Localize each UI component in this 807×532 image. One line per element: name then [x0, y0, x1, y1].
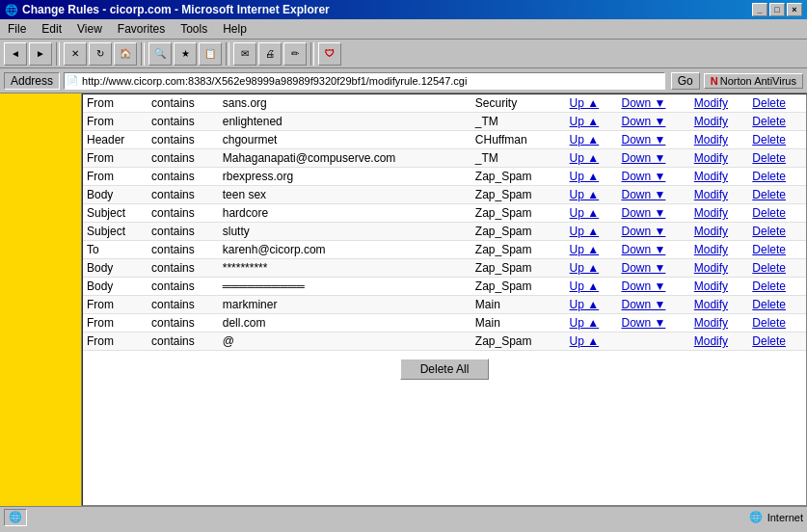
modify-link[interactable]: Modify [694, 188, 728, 201]
delete-link[interactable]: Delete [752, 243, 786, 256]
menu-tools[interactable]: Tools [176, 21, 211, 37]
delete-link[interactable]: Delete [752, 133, 786, 146]
up-link[interactable]: Up ▲ [570, 96, 600, 110]
maximize-button[interactable]: □ [769, 3, 785, 16]
menu-help[interactable]: Help [219, 21, 251, 37]
rule-condition: contains [148, 241, 219, 259]
delete-link[interactable]: Delete [752, 151, 786, 165]
down-link[interactable]: Down ▼ [621, 243, 665, 256]
rule-field: Body [83, 278, 148, 296]
rule-field: From [83, 113, 148, 131]
up-link[interactable]: Up ▲ [570, 243, 600, 256]
down-link[interactable]: Down ▼ [621, 188, 665, 201]
delete-link[interactable]: Delete [752, 188, 786, 201]
modify-link[interactable]: Modify [694, 133, 728, 146]
refresh-button[interactable]: ↻ [89, 42, 112, 66]
down-link[interactable]: Down ▼ [621, 170, 665, 183]
delete-link[interactable]: Delete [752, 206, 786, 220]
close-button[interactable]: × [787, 3, 802, 16]
up-link[interactable]: Up ▲ [570, 151, 600, 165]
up-link[interactable]: Up ▲ [570, 279, 600, 293]
norton-shield-button[interactable]: 🛡 [318, 42, 341, 66]
window-controls[interactable]: _ □ × [752, 3, 802, 16]
down-link[interactable]: Down ▼ [621, 225, 665, 238]
home-button[interactable]: 🏠 [114, 42, 137, 66]
forward-button[interactable]: ► [29, 42, 52, 66]
minimize-button[interactable]: _ [752, 3, 767, 16]
go-button[interactable]: Go [671, 72, 700, 90]
down-link[interactable]: Down ▼ [621, 115, 665, 128]
up-link[interactable]: Up ▲ [570, 115, 600, 128]
down-link[interactable]: Down ▼ [621, 133, 665, 146]
modify-link[interactable]: Modify [694, 225, 728, 238]
rule-value: hardcore [219, 204, 471, 223]
menu-file[interactable]: File [4, 21, 30, 37]
up-link[interactable]: Up ▲ [570, 298, 600, 311]
down-link[interactable]: Down ▼ [621, 206, 665, 220]
table-row: Fromcontainsdell.comMainUp ▲Down ▼Modify… [83, 314, 806, 332]
down-link[interactable]: Down ▼ [621, 298, 665, 311]
back-button[interactable]: ◄ [4, 42, 27, 66]
menu-view[interactable]: View [73, 21, 106, 37]
up-link[interactable]: Up ▲ [570, 334, 600, 348]
rule-condition: contains [148, 131, 219, 149]
modify-link[interactable]: Modify [694, 243, 728, 256]
edit-button[interactable]: ✏ [283, 42, 307, 66]
up-link[interactable]: Up ▲ [570, 225, 600, 238]
rule-up-cell: Up ▲ [566, 223, 618, 241]
down-link[interactable]: Down ▼ [621, 261, 665, 275]
status-internet: 🌐 Internet [748, 510, 803, 525]
modify-link[interactable]: Modify [694, 96, 728, 110]
delete-all-button[interactable]: Delete All [400, 359, 490, 380]
mail-button[interactable]: ✉ [233, 42, 256, 66]
table-row: SubjectcontainssluttyZap_SpamUp ▲Down ▼M… [83, 223, 806, 241]
modify-link[interactable]: Modify [694, 316, 728, 330]
down-link[interactable]: Down ▼ [621, 316, 665, 330]
rule-modify-cell: Modify [690, 131, 749, 149]
modify-link[interactable]: Modify [694, 151, 728, 165]
delete-link[interactable]: Delete [752, 115, 786, 128]
delete-link[interactable]: Delete [752, 316, 786, 330]
norton-antivirus-button[interactable]: N Norton AntiVirus [704, 73, 803, 89]
modify-link[interactable]: Modify [694, 261, 728, 275]
rule-delete-cell: Delete [748, 223, 806, 241]
up-link[interactable]: Up ▲ [570, 133, 600, 146]
modify-link[interactable]: Modify [694, 206, 728, 220]
menu-favorites[interactable]: Favorites [114, 21, 169, 37]
address-input[interactable] [80, 74, 664, 88]
up-link[interactable]: Up ▲ [570, 188, 600, 201]
rule-modify-cell: Modify [690, 94, 749, 113]
modify-link[interactable]: Modify [694, 279, 728, 293]
rule-action: Zap_Spam [471, 204, 566, 223]
modify-link[interactable]: Modify [694, 298, 728, 311]
up-link[interactable]: Up ▲ [570, 261, 600, 275]
delete-link[interactable]: Delete [752, 334, 786, 348]
up-link[interactable]: Up ▲ [570, 206, 600, 220]
rule-value: @ [219, 332, 471, 351]
modify-link[interactable]: Modify [694, 115, 728, 128]
down-link[interactable]: Down ▼ [621, 279, 665, 293]
rules-table: Fromcontainssans.orgSecurityUp ▲Down ▼Mo… [83, 94, 806, 351]
delete-link[interactable]: Delete [752, 279, 786, 293]
stop-button[interactable]: ✕ [64, 42, 87, 66]
down-link[interactable]: Down ▼ [621, 96, 665, 110]
delete-link[interactable]: Delete [752, 261, 786, 275]
delete-link[interactable]: Delete [752, 170, 786, 183]
search-button[interactable]: 🔍 [148, 42, 172, 66]
print-button[interactable]: 🖨 [258, 42, 282, 66]
delete-link[interactable]: Delete [752, 225, 786, 238]
address-bar: Address 📄 Go N Norton AntiVirus [0, 68, 807, 93]
down-link[interactable]: Down ▼ [621, 151, 665, 165]
rule-up-cell: Up ▲ [566, 259, 618, 278]
up-link[interactable]: Up ▲ [570, 316, 600, 330]
favorites-button[interactable]: ★ [174, 42, 197, 66]
delete-link[interactable]: Delete [752, 96, 786, 110]
menu-edit[interactable]: Edit [38, 21, 66, 37]
modify-link[interactable]: Modify [694, 334, 728, 348]
delete-link[interactable]: Delete [752, 298, 786, 311]
history-button[interactable]: 📋 [199, 42, 222, 66]
rule-field: From [83, 94, 148, 113]
modify-link[interactable]: Modify [694, 170, 728, 183]
rule-action: Zap_Spam [471, 168, 566, 186]
up-link[interactable]: Up ▲ [570, 170, 600, 183]
